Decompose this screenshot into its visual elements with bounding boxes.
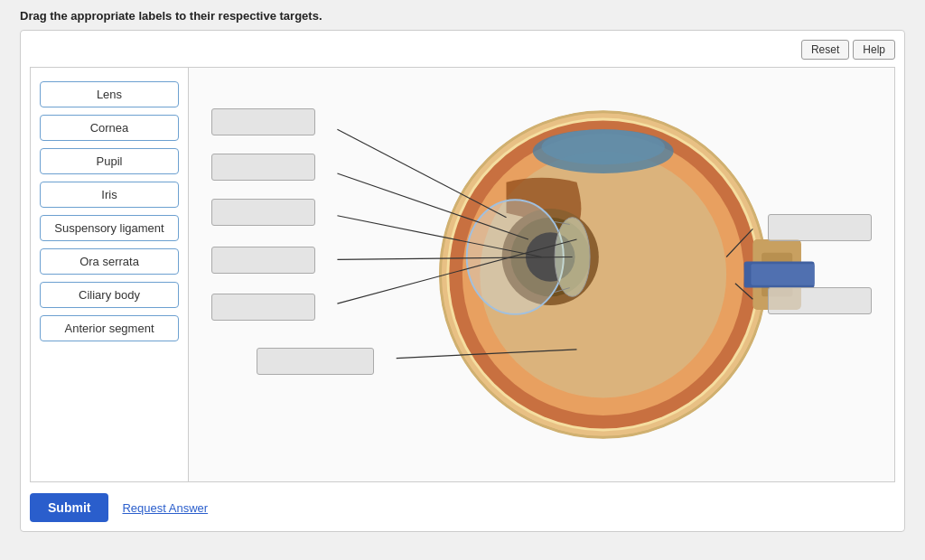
drop-target-1[interactable] — [211, 108, 315, 135]
help-button[interactable]: Help — [853, 40, 895, 60]
reset-button[interactable]: Reset — [801, 40, 849, 60]
label-ciliary-body[interactable]: Ciliary body — [40, 282, 179, 308]
label-lens[interactable]: Lens — [40, 81, 179, 107]
drop-target-3[interactable] — [211, 199, 315, 226]
submit-button[interactable]: Submit — [30, 493, 108, 522]
label-pupil[interactable]: Pupil — [40, 148, 179, 174]
request-answer-link[interactable]: Request Answer — [122, 501, 208, 515]
label-iris[interactable]: Iris — [40, 182, 179, 208]
drop-target-6[interactable] — [257, 348, 374, 375]
drop-target-2[interactable] — [211, 154, 315, 181]
main-container: Reset Help Lens Cornea Pupil Iris Suspen… — [20, 30, 905, 532]
label-suspensory-ligament[interactable]: Suspensory ligament — [40, 215, 179, 241]
svg-rect-18 — [751, 264, 814, 285]
top-buttons-bar: Reset Help — [30, 40, 895, 60]
content-area: Lens Cornea Pupil Iris Suspensory ligame… — [30, 67, 895, 482]
bottom-bar: Submit Request Answer — [30, 493, 895, 522]
labels-panel: Lens Cornea Pupil Iris Suspensory ligame… — [31, 68, 189, 481]
drop-target-4[interactable] — [211, 247, 315, 274]
drop-target-right-2[interactable] — [768, 287, 872, 314]
diagram-area — [189, 68, 894, 481]
label-cornea[interactable]: Cornea — [40, 115, 179, 141]
label-ora-serrata[interactable]: Ora serrata — [40, 248, 179, 275]
instructions-text: Drag the appropriate labels to their res… — [20, 9, 905, 23]
drop-target-right-1[interactable] — [768, 214, 872, 241]
drop-target-5[interactable] — [211, 294, 315, 321]
label-anterior-segment[interactable]: Anterior segment — [40, 315, 179, 341]
svg-point-9 — [542, 129, 665, 164]
